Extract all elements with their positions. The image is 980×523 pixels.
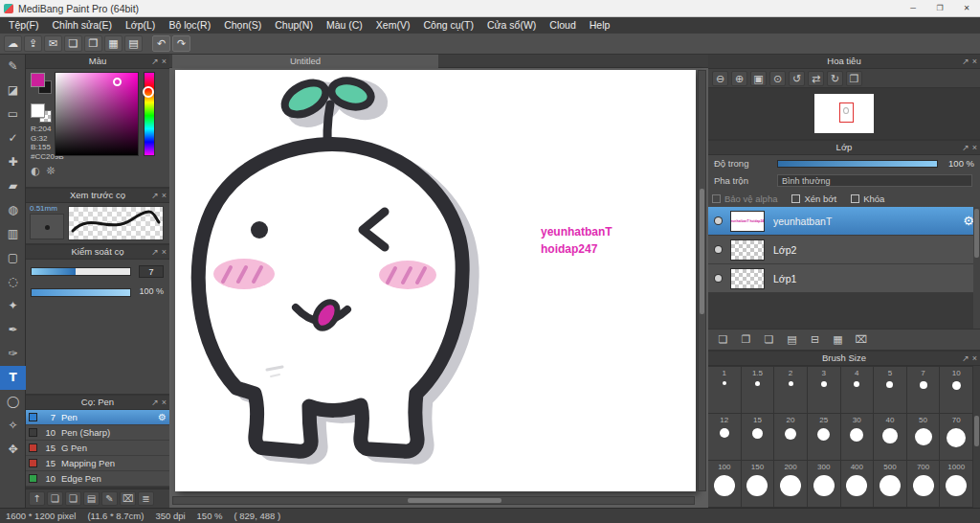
brush-size-value-box[interactable]: 7 — [139, 265, 164, 278]
menu-item[interactable]: Cửa sổ(W) — [480, 17, 543, 34]
brush-size-cell[interactable]: 200 — [774, 461, 807, 507]
select-rect-tool[interactable]: ▢ — [0, 246, 26, 270]
menu-item[interactable]: Chỉnh sửa(E) — [46, 17, 119, 34]
color-wheel-icon[interactable]: ◐ — [31, 165, 40, 177]
brush-size-scroll-thumb[interactable] — [974, 416, 979, 447]
hue-slider-marker[interactable] — [143, 86, 154, 98]
brush-size-cell[interactable]: 700 — [907, 461, 940, 507]
brush-opacity-slider[interactable] — [31, 288, 131, 297]
upload-icon[interactable]: ⇪ — [24, 35, 42, 52]
lasso-tool[interactable]: ◌ — [0, 270, 26, 294]
brush-size-cell[interactable]: 150 — [742, 461, 774, 507]
popout-icon[interactable] — [151, 396, 159, 409]
layer-row[interactable]: Lớp2 — [708, 236, 980, 264]
fit-window-icon[interactable]: ▣ — [750, 71, 767, 86]
up-icon[interactable]: ↑ — [29, 491, 45, 506]
brush-size-cell[interactable]: 30 — [841, 414, 874, 460]
popout-icon[interactable] — [962, 55, 969, 68]
brush-list-item[interactable]: 10Edge Pen — [26, 471, 169, 487]
close-panel-icon[interactable] — [972, 55, 977, 68]
gradient-tool[interactable]: ▥ — [0, 222, 26, 246]
horizontal-scroll-thumb[interactable] — [408, 498, 501, 503]
folder-icon[interactable]: ▤ — [83, 491, 100, 506]
rotate-left-icon[interactable]: ↺ — [789, 71, 805, 86]
close-panel-icon[interactable] — [162, 245, 167, 259]
brush-size-scrollbar[interactable] — [973, 366, 980, 508]
brush-list-item[interactable]: 10Pen (Sharp) — [26, 425, 169, 441]
brush-size-cell[interactable]: 15 — [742, 414, 774, 460]
gear-icon[interactable]: ⚙ — [158, 412, 167, 422]
menu-item[interactable]: Cloud — [543, 17, 582, 34]
combine-layer-icon[interactable]: ▦ — [831, 333, 845, 346]
brush-list-item[interactable]: 7Pen⚙ — [26, 410, 169, 425]
protect-alpha-checkbox[interactable]: Bảo vệ alpha — [712, 193, 777, 204]
merge-down-icon[interactable]: ⊟ — [808, 333, 822, 346]
add-layer-icon[interactable]: ❏ — [716, 333, 730, 346]
brush-size-cell[interactable]: 100 — [708, 461, 741, 507]
layer-list-scrollbar[interactable] — [973, 207, 980, 329]
copy-icon[interactable]: ❏ — [64, 35, 82, 52]
eraser-tool[interactable]: ◪ — [0, 79, 26, 102]
rotate-right-icon[interactable]: ↻ — [827, 71, 843, 86]
menu-icon[interactable]: ≣ — [138, 491, 154, 506]
layer-scroll-thumb[interactable] — [974, 209, 979, 258]
brush-size-cell[interactable]: 20 — [774, 414, 807, 460]
minimize-button[interactable]: ─ — [900, 0, 926, 17]
pages-icon[interactable]: ❐ — [84, 35, 102, 52]
flip-horizontal-icon[interactable]: ⇄ — [808, 71, 824, 86]
layer-visibility-icon[interactable] — [715, 246, 722, 253]
cloud-icon[interactable]: ☁ — [4, 35, 22, 52]
reset-view-icon[interactable]: ❐ — [846, 71, 862, 86]
popout-icon[interactable] — [151, 189, 159, 202]
auto-select-tool[interactable]: ✓ — [0, 126, 26, 150]
add-folder-icon[interactable]: ▤ — [785, 333, 799, 346]
popout-icon[interactable] — [962, 352, 969, 365]
brush-size-cell[interactable]: 3 — [808, 367, 840, 413]
navigator-thumbnail[interactable] — [814, 94, 874, 133]
secondary-color-swatch[interactable] — [31, 103, 45, 118]
edit-brush-icon[interactable]: ✎ — [101, 491, 118, 506]
undo-icon[interactable]: ↶ — [152, 35, 170, 52]
document-tab[interactable]: Untitled — [172, 55, 438, 68]
brush-size-cell[interactable]: 4 — [841, 367, 874, 413]
menu-item[interactable]: Màu (C) — [320, 17, 369, 34]
brush-size-cell[interactable]: 500 — [874, 461, 906, 507]
new-brush-icon[interactable]: ❏ — [47, 491, 63, 506]
close-panel-icon[interactable] — [162, 396, 167, 409]
eyedropper-tool[interactable]: ✧ — [0, 414, 26, 438]
brush-size-cell[interactable]: 1.5 — [742, 367, 774, 413]
brush-size-cell[interactable]: 40 — [874, 414, 906, 460]
zoom-reset-icon[interactable]: ⊙ — [769, 71, 786, 86]
brush-size-cell[interactable]: 300 — [808, 461, 840, 507]
menu-item[interactable]: Công cụ(T) — [416, 17, 480, 34]
bucket-tool[interactable]: ◍ — [0, 198, 26, 222]
foreground-color-swatch[interactable] — [31, 73, 45, 87]
close-panel-icon[interactable] — [972, 352, 977, 365]
marquee-tool[interactable]: ▭ — [0, 102, 26, 126]
magic-wand-tool[interactable]: ✦ — [0, 294, 26, 318]
close-button[interactable]: ✕ — [953, 0, 980, 17]
brush-list-item[interactable]: 15Mapping Pen — [26, 456, 169, 471]
blend-mode-dropdown[interactable]: Bình thường — [777, 174, 972, 187]
canvas-vertical-scrollbar[interactable] — [698, 70, 706, 491]
brush-size-slider[interactable] — [31, 267, 131, 276]
menu-item[interactable]: Chọn(S) — [217, 17, 268, 34]
comment-icon[interactable]: ✉ — [44, 35, 62, 52]
navigator-view-rectangle[interactable] — [839, 102, 854, 123]
close-panel-icon[interactable] — [162, 55, 167, 68]
operation-tool[interactable]: ✑ — [0, 342, 26, 366]
canvas-horizontal-scrollbar[interactable] — [172, 496, 695, 505]
duplicate-layer-icon[interactable]: ❐ — [739, 333, 753, 346]
brush-size-cell[interactable]: 10 — [940, 367, 972, 413]
palette-icon[interactable]: ❊ — [47, 165, 56, 177]
material-panel-icon[interactable]: ▤ — [124, 35, 143, 52]
pen-tool[interactable]: ✒ — [0, 318, 26, 342]
layer-row[interactable]: yeunhatbanT hoidap247yeunhatbanT⚙ — [708, 207, 980, 236]
brush-list-item[interactable]: 15G Pen — [26, 441, 169, 456]
menu-item[interactable]: Tệp(F) — [2, 17, 46, 34]
brush-size-cell[interactable]: 70 — [940, 414, 972, 460]
brush-size-cell[interactable]: 50 — [907, 414, 940, 460]
menu-item[interactable]: Lớp(L) — [119, 17, 162, 34]
popout-icon[interactable] — [962, 141, 969, 154]
vertical-scroll-thumb[interactable] — [700, 189, 704, 314]
